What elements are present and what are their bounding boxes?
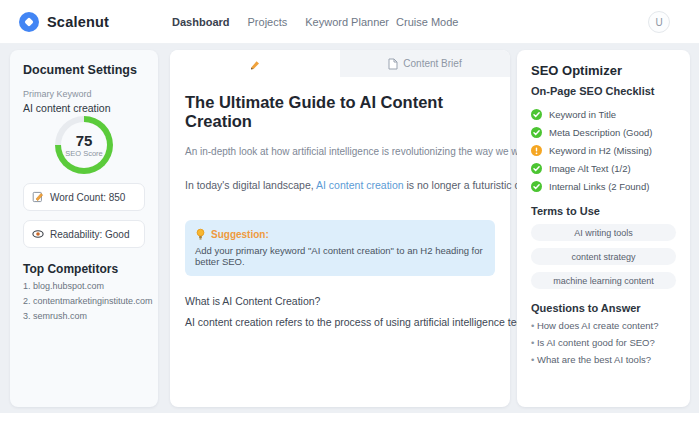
seo-optimizer-panel: SEO Optimizer On-Page SEO Checklist Keyw… [517,50,690,407]
question-item[interactable]: What are the best AI tools? [531,354,676,365]
check-circle-icon [531,127,542,138]
checklist-item[interactable]: Internal Links (2 Found) [531,181,676,192]
document-body-text[interactable]: AI content creation refers to the proces… [185,316,495,328]
editor-panel: Content Brief The Ultimate Guide to AI C… [170,50,510,407]
document-h2[interactable]: What is AI Content Creation? [185,295,495,307]
seo-checklist: Keyword in Title Meta Description (Good)… [531,109,676,192]
suggestion-text: Add your primary keyword "AI content cre… [195,245,485,267]
nav-item-dashboard[interactable]: Dashboard [172,16,229,28]
memo-icon [32,191,44,203]
check-circle-icon [531,109,542,120]
word-count-text: Word Count: 850 [50,192,125,203]
seo-optimizer-title: SEO Optimizer [531,63,676,78]
user-avatar[interactable]: U [648,11,670,33]
terms-to-use-title: Terms to Use [531,205,676,217]
seo-score-value: 75 [76,133,93,148]
editor-body[interactable]: The Ultimate Guide to AI Content Creatio… [170,77,510,328]
primary-keyword-label: Primary Keyword [23,89,145,99]
checklist-item-label: Image Alt Text (1/2) [549,163,631,174]
term-pill[interactable]: content strategy [531,248,676,265]
document-paragraph[interactable]: In today's digital landscape, AI content… [185,179,495,191]
question-item[interactable]: How does AI create content? [531,320,676,331]
top-competitors-title: Top Competitors [23,262,145,276]
checklist-item-label: Keyword in H2 (Missing) [549,145,652,156]
competitor-item[interactable]: 1. blog.hubspot.com [23,281,145,291]
suggestion-box: Suggestion: Add your primary keyword "AI… [185,220,495,276]
checklist-item-label: Internal Links (2 Found) [549,181,649,192]
checklist-item[interactable]: Image Alt Text (1/2) [531,163,676,174]
document-title[interactable]: The Ultimate Guide to AI Content Creatio… [185,93,495,131]
primary-keyword-value: AI content creation [23,102,145,114]
tab-content-brief[interactable]: Content Brief [340,50,510,77]
scalenut-logo-icon [19,12,39,32]
document-intro[interactable]: An in-depth look at how artificial intel… [185,146,495,157]
readability-box: Readability: Good [23,220,145,248]
seo-checklist-title: On-Page SEO Checklist [531,85,676,97]
term-pill[interactable]: machine learning content [531,272,676,289]
warning-circle-icon [531,145,542,156]
brand[interactable]: Scalenut [19,12,109,32]
pen-icon [249,58,261,70]
top-navbar: Scalenut Dashboard Projects Keyword Plan… [0,0,699,44]
brand-name: Scalenut [47,14,109,30]
suggestion-title: Suggestion: [211,229,269,240]
nav-item-cruise-mode[interactable]: Cruise Mode [396,16,458,28]
word-count-box: Word Count: 850 [23,183,145,211]
seo-score-label: SEO Score [65,149,103,158]
checklist-item-label: Meta Description (Good) [549,127,652,138]
document-icon [388,58,398,70]
questions-to-answer-title: Questions to Answer [531,302,676,314]
nav-links: Dashboard Projects Keyword Planner Cruis… [172,16,458,28]
lightbulb-icon [195,228,206,240]
competitor-item[interactable]: 3. semrush.com [23,311,145,321]
check-circle-icon [531,181,542,192]
term-pill[interactable]: AI writing tools [531,224,676,241]
checklist-item-label: Keyword in Title [549,109,616,120]
check-circle-icon [531,163,542,174]
question-item[interactable]: Is AI content good for SEO? [531,337,676,348]
checklist-item[interactable]: Meta Description (Good) [531,127,676,138]
checklist-item[interactable]: Keyword in H2 (Missing) [531,145,676,156]
checklist-item[interactable]: Keyword in Title [531,109,676,120]
tab-content-brief-label: Content Brief [403,58,461,69]
nav-item-keyword-planner[interactable]: Keyword Planner [305,16,389,28]
seo-score-ring: 75 SEO Score [55,116,113,174]
tab-editor[interactable] [170,50,340,77]
keyword-highlight[interactable]: AI content creation [316,179,404,191]
readability-text: Readability: Good [50,229,130,240]
workspace: Document Settings Primary Keyword AI con… [0,44,699,413]
competitor-item[interactable]: 2. contentmarketinginstitute.com [23,296,145,306]
document-settings-title: Document Settings [23,63,145,77]
editor-tab-bar: Content Brief [170,50,510,77]
nav-item-projects[interactable]: Projects [248,16,288,28]
eye-icon [32,228,44,240]
document-settings-panel: Document Settings Primary Keyword AI con… [10,50,158,407]
paragraph-text: In today's digital landscape, [185,179,316,191]
